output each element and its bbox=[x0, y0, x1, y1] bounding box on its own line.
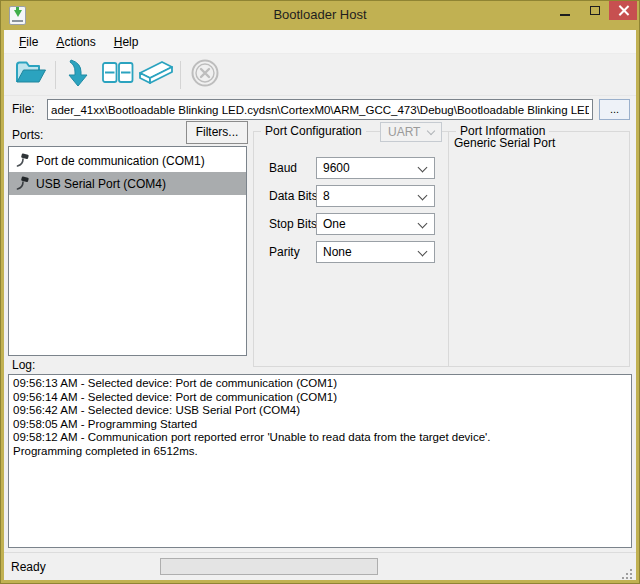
serial-port-icon bbox=[15, 153, 30, 168]
file-path-input[interactable] bbox=[47, 99, 593, 120]
log-line: Programming completed in 6512ms. bbox=[13, 445, 627, 459]
baud-select[interactable]: 9600 bbox=[316, 157, 435, 179]
baud-label: Baud bbox=[269, 161, 297, 175]
parity-select[interactable]: None bbox=[316, 241, 435, 263]
abort-button bbox=[186, 58, 224, 92]
stop-bits-row: Stop Bits One bbox=[254, 213, 448, 235]
verify-icon bbox=[101, 60, 135, 90]
browse-button[interactable]: ... bbox=[599, 99, 630, 120]
log-line: 09:58:12 AM - Communication port reporte… bbox=[13, 431, 627, 445]
verify-button[interactable] bbox=[99, 58, 137, 92]
file-label: File: bbox=[12, 102, 35, 116]
port-name: USB Serial Port (COM4) bbox=[36, 177, 166, 191]
erase-button[interactable] bbox=[137, 58, 175, 92]
open-file-button[interactable] bbox=[12, 58, 50, 92]
data-bits-row: Data Bits 8 bbox=[254, 185, 448, 207]
open-file-icon bbox=[14, 59, 48, 91]
abort-icon bbox=[190, 58, 220, 92]
data-bits-select[interactable]: 8 bbox=[316, 185, 435, 207]
serial-port-icon bbox=[15, 176, 30, 191]
protocol-select: UART bbox=[380, 122, 442, 142]
toolbar bbox=[4, 55, 636, 96]
menu-bar: File Actions Help bbox=[4, 30, 636, 54]
close-button[interactable] bbox=[609, 1, 637, 20]
minimize-icon bbox=[560, 14, 570, 16]
port-information-text: Generic Serial Port bbox=[454, 136, 555, 150]
minimize-button[interactable] bbox=[554, 1, 576, 20]
log-line: 09:56:14 AM - Selected device: Port de c… bbox=[13, 391, 627, 405]
port-information-group: Port Information Generic Serial Port bbox=[448, 131, 630, 367]
window-title: Bootloader Host bbox=[0, 7, 640, 22]
port-name: Port de communication (COM1) bbox=[36, 154, 205, 168]
stop-bits-label: Stop Bits bbox=[269, 217, 317, 231]
port-list-item-com4[interactable]: USB Serial Port (COM4) bbox=[9, 172, 246, 195]
ports-list: Port de communication (COM1) USB Serial … bbox=[8, 146, 247, 356]
baud-row: Baud 9600 bbox=[254, 157, 448, 179]
log-label: Log: bbox=[12, 358, 35, 372]
close-icon bbox=[618, 5, 629, 16]
resize-grip-icon[interactable] bbox=[622, 566, 633, 577]
file-row: File: ... bbox=[4, 96, 636, 122]
log-line: 09:58:05 AM - Programming Started bbox=[13, 418, 627, 432]
stop-bits-select[interactable]: One bbox=[316, 213, 435, 235]
ports-label: Ports: bbox=[12, 128, 43, 142]
program-button[interactable] bbox=[61, 58, 99, 92]
maximize-button[interactable] bbox=[584, 1, 606, 20]
toolbar-separator bbox=[55, 61, 56, 89]
menu-actions[interactable]: Actions bbox=[47, 32, 104, 52]
log-line: 09:56:13 AM - Selected device: Port de c… bbox=[13, 377, 627, 391]
progress-bar bbox=[160, 558, 378, 575]
erase-icon bbox=[137, 59, 175, 91]
menu-file[interactable]: File bbox=[10, 32, 47, 52]
menu-help[interactable]: Help bbox=[105, 32, 148, 52]
app-window: Bootloader Host File Actions Help bbox=[0, 0, 640, 584]
port-configuration-title: Port Configuration bbox=[261, 124, 366, 138]
data-bits-label: Data Bits bbox=[269, 189, 318, 203]
program-icon bbox=[67, 58, 93, 92]
status-bar: Ready bbox=[4, 552, 636, 580]
maximize-icon bbox=[590, 6, 600, 15]
log-output[interactable]: 09:56:13 AM - Selected device: Port de c… bbox=[8, 374, 632, 548]
client-area: File Actions Help bbox=[4, 30, 636, 580]
filters-button[interactable]: Filters... bbox=[186, 121, 248, 144]
parity-row: Parity None bbox=[254, 241, 448, 263]
status-text: Ready bbox=[11, 560, 46, 574]
port-configuration-group: Port Configuration UART Baud 9600 Data B… bbox=[253, 131, 449, 367]
port-list-item-com1[interactable]: Port de communication (COM1) bbox=[9, 149, 246, 172]
title-bar[interactable]: Bootloader Host bbox=[0, 0, 640, 30]
log-line: 09:56:42 AM - Selected device: USB Seria… bbox=[13, 404, 627, 418]
parity-label: Parity bbox=[269, 245, 300, 259]
toolbar-separator bbox=[180, 61, 181, 89]
